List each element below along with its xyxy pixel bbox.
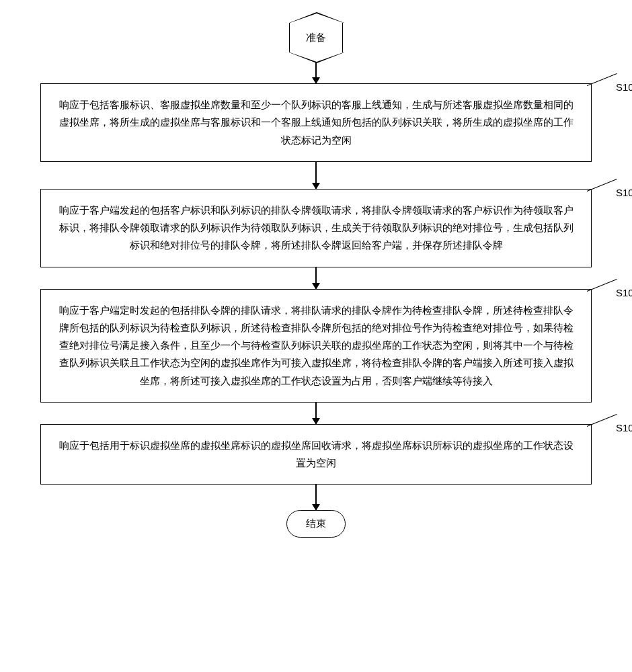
end-node: 结束 bbox=[286, 510, 346, 538]
arrow bbox=[315, 485, 317, 510]
step-id-label: S102 bbox=[616, 184, 632, 202]
end-label: 结束 bbox=[306, 518, 326, 529]
leader-line bbox=[587, 414, 617, 427]
leader-line bbox=[587, 279, 617, 292]
process-step-s103: S103 响应于客户端定时发起的包括排队令牌的排队请求，将排队请求的排队令牌作为… bbox=[40, 289, 592, 403]
step-id-label: S104 bbox=[616, 419, 632, 437]
step-text: 响应于包括用于标识虚拟坐席的虚拟坐席标识的虚拟坐席回收请求，将虚拟坐席标识所标识… bbox=[59, 440, 574, 468]
process-step-s102: S102 响应于客户端发起的包括客户标识和队列标识的排队令牌领取请求，将排队令牌… bbox=[40, 189, 592, 267]
process-step-s101: S101 响应于包括客服标识、客服虚拟坐席数量和至少一个队列标识的客服上线通知，… bbox=[40, 83, 592, 162]
arrow bbox=[315, 403, 317, 424]
leader-line bbox=[587, 73, 617, 86]
arrow bbox=[315, 162, 317, 189]
process-step-s104: S104 响应于包括用于标识虚拟坐席的虚拟坐席标识的虚拟坐席回收请求，将虚拟坐席… bbox=[40, 424, 592, 485]
start-node: 准备 bbox=[289, 23, 343, 52]
start-label: 准备 bbox=[306, 32, 326, 44]
flowchart-container: 准备 S101 响应于包括客服标识、客服虚拟坐席数量和至少一个队列标识的客服上线… bbox=[13, 13, 619, 538]
step-text: 响应于包括客服标识、客服虚拟坐席数量和至少一个队列标识的客服上线通知，生成与所述… bbox=[59, 99, 574, 146]
leader-line bbox=[587, 179, 617, 192]
arrow bbox=[315, 267, 317, 289]
step-id-label: S101 bbox=[616, 79, 632, 96]
step-text: 响应于客户端定时发起的包括排队令牌的排队请求，将排队请求的排队令牌作为待检查排队… bbox=[59, 305, 574, 386]
step-id-label: S103 bbox=[616, 284, 632, 302]
step-text: 响应于客户端发起的包括客户标识和队列标识的排队令牌领取请求，将排队令牌领取请求的… bbox=[59, 205, 574, 251]
